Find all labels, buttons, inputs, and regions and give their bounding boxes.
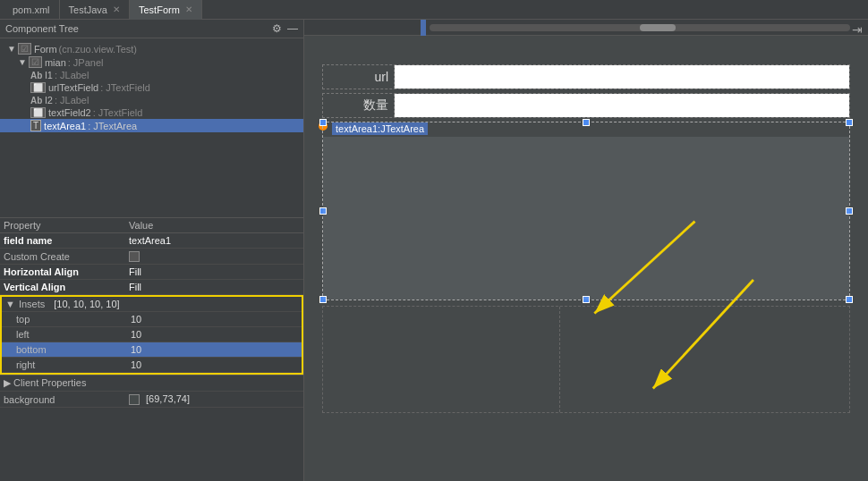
insets-row-top: top 10 [2,312,302,327]
ab-icon-l2: Ab [30,96,42,105]
tab-pomxml[interactable]: pom.xml [4,0,60,20]
insets-bottom-label: bottom [2,342,127,358]
tab-bar: pom.xml TestJava ✕ TestForm ✕ [0,0,868,20]
tree-item-l2[interactable]: Ab l2 : JLabel [0,94,303,106]
prop-row-fieldname: field name textArea1 [0,233,303,249]
form-canvas: url 数量 textArea1:JTextArea [313,38,859,472]
node-textfield2-name: textField2 [48,107,91,118]
prop-valign-value[interactable]: Fill [125,280,303,295]
sel-dot-tl [319,119,327,126]
prop-col-header: Property [4,220,129,231]
tab-testform[interactable]: TestForm ✕ [130,0,202,20]
client-row-background: background [69,73,74] [0,392,303,408]
background-color-text: [69,73,74] [146,393,190,404]
box-icon-textfield2: ⬜ [30,107,46,118]
node-mian-type: : JPanel [68,57,104,68]
tree-item-textarea1[interactable]: T textArea1 : JTextArea [0,119,303,132]
insets-row-left: left 10 [2,327,302,342]
node-form-type: (cn.zuo.view.Test) [59,44,137,55]
bottom-col-right [560,307,849,412]
design-ruler: ⇥ [304,20,868,36]
textarea-section[interactable]: textArea1:JTextArea [322,122,850,300]
h-scrollbar-thumb[interactable] [640,24,676,31]
prop-halign-label: Horizontal Align [0,265,125,280]
insets-bottom-value[interactable]: 10 [127,342,302,358]
insets-section: ▼ Insets [10, 10, 10, 10] top 10 left 10 [0,295,303,375]
component-tree-header: Component Tree ⚙ — [0,20,303,38]
design-area: ⇥ url 数量 textArea1:JTextArea [304,20,868,481]
client-props-header: ▶ Client Properties [0,375,303,392]
textarea-tag-label: textArea1:JTextArea [332,122,428,135]
node-l1-name: l1 [45,70,53,80]
tab-testjava-label: TestJava [69,4,107,15]
prop-row-customcreate: Custom Create [0,249,303,265]
url-row: url [322,64,850,89]
close-testjava-icon[interactable]: ✕ [113,4,120,14]
tab-testform-label: TestForm [139,4,180,15]
node-urltextfield-type: : JTextField [100,82,150,93]
tree-item-textfield2[interactable]: ⬜ textField2 : JTextField [0,106,303,119]
url-field[interactable] [395,65,849,89]
insets-right-label: right [2,358,127,373]
tab-testjava[interactable]: TestJava ✕ [60,0,130,20]
insets-label: Insets [19,299,45,309]
close-testform-icon[interactable]: ✕ [185,4,192,14]
textarea-content [323,137,849,300]
close-panel-icon[interactable]: — [287,22,298,35]
node-mian-name: mian [45,57,66,68]
node-l1-type: : JLabel [55,70,89,80]
client-props-label: Client Properties [13,377,86,388]
client-bg-value[interactable]: [69,73,74] [125,392,303,408]
insets-table: top 10 left 10 bottom 10 right [2,312,302,373]
prop-valign-label: Vertical Align [0,280,125,295]
ruler-indicator [421,20,426,36]
url-label: url [323,65,395,89]
prop-customcreate-value[interactable] [125,249,303,265]
insets-top-value[interactable]: 10 [127,312,302,327]
prop-fieldname-value[interactable]: textArea1 [125,233,303,249]
scroll-right-icon[interactable]: ⇥ [852,22,863,37]
node-textarea1-type: : JTextArea [88,121,137,131]
prop-fieldname-label: field name [0,233,125,249]
qty-field[interactable] [395,94,849,117]
prop-header: Property Value [0,218,303,233]
tree-item-form[interactable]: ▼ ☑ Form (cn.zuo.view.Test) [0,42,303,55]
tree-item-urltextfield[interactable]: ⬜ urlTextField : JTextField [0,81,303,94]
h-scrollbar[interactable] [430,24,850,31]
tree-header-icons: ⚙ — [272,22,298,35]
node-l2-type: : JLabel [55,95,89,105]
t-icon-textarea1: T [30,120,41,131]
node-textarea1-name: textArea1 [44,121,86,131]
custom-create-checkbox[interactable] [129,251,140,262]
box-icon-urltextfield: ⬜ [30,82,46,93]
component-tree-area: ▼ ☑ Form (cn.zuo.view.Test) ▼ ☑ mian : J… [0,38,303,217]
node-urltextfield-name: urlTextField [48,82,98,93]
insets-row-bottom[interactable]: bottom 10 [2,342,302,358]
settings-icon[interactable]: ⚙ [272,22,282,35]
component-tree-title: Component Tree [5,23,79,34]
client-props-arrow: ▶ [4,377,11,388]
qty-label: 数量 [323,94,395,117]
prop-row-valign: Vertical Align Fill [0,280,303,295]
node-textfield2-type: : JTextField [93,107,143,118]
checkbox-icon-form: ☑ [18,43,31,55]
background-color-swatch[interactable] [129,394,140,405]
node-l2-name: l2 [45,95,53,105]
insets-header[interactable]: ▼ Insets [10, 10, 10, 10] [2,297,302,312]
tree-item-l1[interactable]: Ab l1 : JLabel [0,69,303,81]
insets-left-label: left [2,327,127,342]
insets-row-right: right 10 [2,358,302,373]
prop-halign-value[interactable]: Fill [125,265,303,280]
checkbox-icon-mian: ☑ [29,56,42,68]
insets-right-value[interactable]: 10 [127,358,302,373]
main-area: Component Tree ⚙ — ▼ ☑ Form (cn.zuo.view… [0,20,868,481]
insets-arrow-icon: ▼ [5,299,15,309]
tab-pomxml-label: pom.xml [13,4,50,15]
properties-table: field name textArea1 Custom Create Horiz… [0,233,303,295]
qty-row: 数量 [322,93,850,118]
arrow-mian: ▼ [18,57,27,67]
tree-item-mian[interactable]: ▼ ☑ mian : JPanel [0,55,303,69]
insets-left-value[interactable]: 10 [127,327,302,342]
sel-dot-tr [846,119,853,126]
ab-icon-l1: Ab [30,71,42,80]
